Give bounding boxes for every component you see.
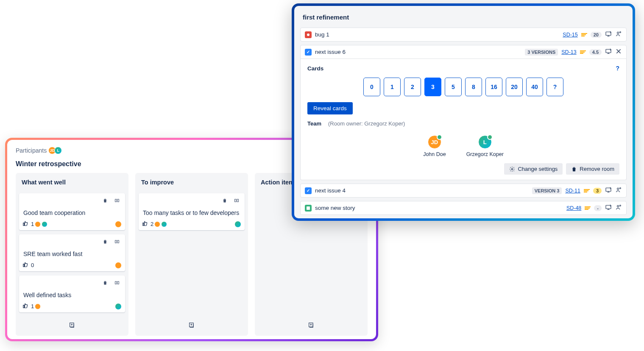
issue-key-link[interactable]: SD-13 xyxy=(561,49,576,55)
remove-room-button[interactable]: Remove room xyxy=(566,163,619,175)
svg-rect-16 xyxy=(606,188,611,191)
poker-card-16[interactable]: 16 xyxy=(485,78,502,96)
card-author-avatar xyxy=(115,221,122,228)
svg-rect-19 xyxy=(606,205,611,209)
avatar xyxy=(35,304,41,309)
present-icon[interactable] xyxy=(605,187,612,195)
card-mode-icon[interactable] xyxy=(112,237,122,246)
trash-icon[interactable] xyxy=(100,196,110,205)
avatar xyxy=(154,221,160,227)
present-icon[interactable] xyxy=(605,48,612,56)
poker-card-8[interactable]: 8 xyxy=(465,78,482,96)
issue-row[interactable]: next issue 4 VERSION 3 SD-11 3 xyxy=(300,184,627,198)
team-section: Team (Room owner: Grzegorz Koper) xyxy=(307,120,619,127)
poker-card-3[interactable]: 3 xyxy=(424,78,441,96)
poker-card-5[interactable]: 5 xyxy=(445,78,462,96)
svg-rect-11 xyxy=(606,32,611,35)
svg-rect-1 xyxy=(117,199,119,202)
svg-rect-8 xyxy=(237,199,239,202)
issue-key-link[interactable]: SD-11 xyxy=(565,188,580,194)
card-mode-icon[interactable] xyxy=(112,196,122,205)
trash-icon[interactable] xyxy=(100,278,110,287)
issue-name: some new story xyxy=(315,205,355,211)
issue-row[interactable]: some new story SD-48 - xyxy=(300,201,627,215)
issue-key-link[interactable]: SD-48 xyxy=(566,205,581,211)
retro-card[interactable]: Well defined tasks 1 xyxy=(19,276,125,312)
assign-icon[interactable] xyxy=(615,187,622,195)
add-card-button[interactable] xyxy=(307,320,316,330)
svg-point-15 xyxy=(512,168,513,170)
estimate-badge: 4.5 xyxy=(589,49,602,55)
versions-pill: 3 VERSIONS xyxy=(525,49,558,56)
avatar xyxy=(161,221,167,227)
gear-icon xyxy=(509,166,515,172)
versions-pill: VERSION 3 xyxy=(532,187,562,194)
add-card-button[interactable] xyxy=(67,320,77,330)
card-likes[interactable]: 1 xyxy=(22,303,41,310)
poker-cards-row: 012358162040? xyxy=(307,78,619,96)
poker-card-?[interactable]: ? xyxy=(546,78,563,96)
card-likes[interactable]: 1 xyxy=(22,220,47,228)
close-icon[interactable] xyxy=(615,48,622,56)
poker-card-20[interactable]: 20 xyxy=(506,78,523,96)
avatar: L xyxy=(54,147,62,154)
retro-card[interactable]: Too many tasks or to few developers 2 xyxy=(139,193,245,230)
svg-point-13 xyxy=(620,32,621,33)
svg-point-21 xyxy=(620,205,621,206)
like-count: 1 xyxy=(31,303,34,309)
card-likes[interactable]: 0 xyxy=(22,262,34,269)
svg-point-18 xyxy=(620,188,621,189)
estimation-panel: Cards ? 012358162040? Reveal cards Team … xyxy=(300,59,627,180)
trash-icon[interactable] xyxy=(100,237,110,246)
avatar xyxy=(42,221,47,227)
card-text: Well defined tasks xyxy=(22,292,122,298)
avatar: JD xyxy=(428,135,441,149)
change-settings-label: Change settings xyxy=(518,166,558,172)
poker-card-40[interactable]: 40 xyxy=(526,78,543,96)
issue-row[interactable]: next issue 6 3 VERSIONS SD-13 4.5 xyxy=(300,45,627,59)
poker-card-1[interactable]: 1 xyxy=(384,78,401,96)
svg-rect-3 xyxy=(117,240,119,243)
add-card-button[interactable] xyxy=(187,320,196,330)
help-icon[interactable]: ? xyxy=(616,65,619,72)
issue-row[interactable]: bug 1 SD-15 20 xyxy=(300,28,627,42)
present-icon[interactable] xyxy=(605,204,612,212)
svg-point-12 xyxy=(617,32,619,33)
present-icon[interactable] xyxy=(605,31,612,39)
thumbs-up-icon xyxy=(22,220,28,228)
svg-point-17 xyxy=(617,188,619,189)
like-count: 2 xyxy=(151,221,153,227)
card-text: Too many tasks or to few developers xyxy=(142,209,241,216)
estimate-badge: - xyxy=(594,205,602,211)
priority-icon xyxy=(584,189,590,192)
reveal-cards-button[interactable]: Reveal cards xyxy=(307,102,353,114)
voted-badge-icon xyxy=(437,134,442,140)
estimate-badge: 3 xyxy=(593,188,602,194)
refinement-panel: first refinement bug 1 SD-15 20 next iss… xyxy=(294,6,633,218)
issue-key-link[interactable]: SD-15 xyxy=(563,32,577,38)
retro-column-went-well: What went well Good team cooperation 1 xyxy=(16,173,128,336)
poker-card-2[interactable]: 2 xyxy=(404,78,421,96)
member-name: Grzegorz Koper xyxy=(466,151,504,157)
column-title: What went well xyxy=(19,177,125,193)
assign-icon[interactable] xyxy=(615,204,622,212)
estimate-badge: 20 xyxy=(591,32,602,38)
task-icon xyxy=(305,49,312,56)
avatar xyxy=(35,221,41,227)
card-mode-icon[interactable] xyxy=(112,278,122,287)
avatar: L xyxy=(478,135,492,149)
card-likes[interactable]: 2 xyxy=(142,220,167,228)
like-count: 1 xyxy=(31,221,34,227)
issue-name: bug 1 xyxy=(315,31,329,38)
card-author-avatar xyxy=(115,262,122,269)
thumbs-up-icon xyxy=(22,303,28,310)
poker-card-0[interactable]: 0 xyxy=(363,78,380,96)
change-settings-button[interactable]: Change settings xyxy=(504,163,563,175)
retro-card[interactable]: SRE team worked fast 0 xyxy=(19,234,125,271)
assign-icon[interactable] xyxy=(615,31,622,39)
participants-label: Participants xyxy=(16,147,47,154)
card-mode-icon[interactable] xyxy=(232,196,241,205)
trash-icon[interactable] xyxy=(220,196,229,205)
retro-card[interactable]: Good team cooperation 1 xyxy=(19,193,125,230)
voted-badge-icon xyxy=(487,134,493,140)
